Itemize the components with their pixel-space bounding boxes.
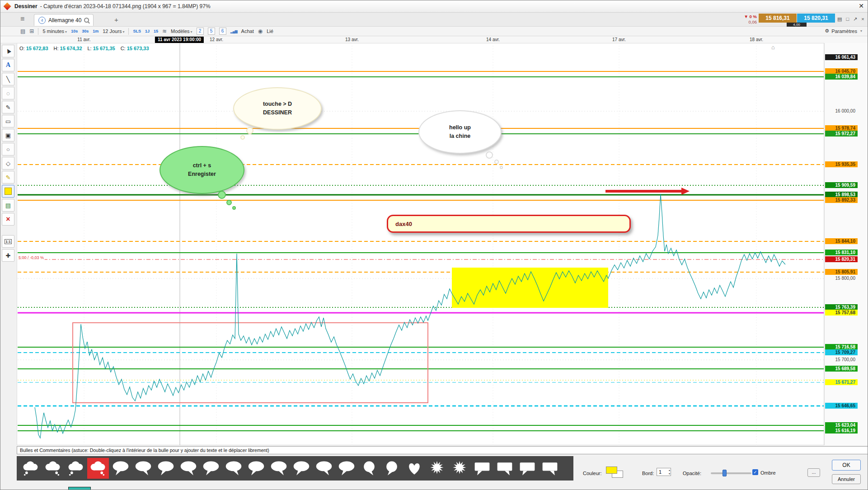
tf-30s-button[interactable]: 30s bbox=[82, 29, 89, 33]
layout-2-button[interactable]: 2 bbox=[197, 28, 204, 35]
rectangle-tool[interactable]: ▭ bbox=[2, 115, 14, 127]
bubble-shape-oval[interactable] bbox=[155, 458, 177, 479]
pencil-tool[interactable]: ✎ bbox=[2, 101, 14, 113]
ellipse-tool[interactable]: ○ bbox=[2, 143, 14, 155]
spinner-up-icon[interactable]: ▴ bbox=[669, 469, 670, 472]
session-change-tag: 5:00 / -0,03 % bbox=[18, 255, 45, 260]
frame-tool[interactable]: ▣ bbox=[2, 129, 14, 141]
callout-dax40[interactable]: dax40 bbox=[387, 215, 631, 233]
lasso-tool[interactable]: ◌ bbox=[2, 87, 14, 99]
red-outline-rect[interactable] bbox=[73, 323, 428, 403]
timeframe-select[interactable]: 5 minutes▾ bbox=[42, 28, 67, 34]
highlighter-tool[interactable]: ✎ bbox=[2, 171, 14, 184]
callout-text: dax40 bbox=[388, 221, 412, 227]
bubble-shape-oval[interactable] bbox=[336, 458, 357, 479]
bubble-shape-oval[interactable] bbox=[132, 458, 154, 479]
one-to-one-tool[interactable]: 1:1 bbox=[2, 235, 14, 248]
diamond-tool[interactable]: ◇ bbox=[2, 157, 14, 170]
maximize-icon[interactable]: □ bbox=[846, 16, 849, 22]
bubble-shape-oval[interactable] bbox=[200, 458, 222, 479]
bubble-shape-rect[interactable] bbox=[471, 458, 493, 479]
ok-button[interactable]: OK bbox=[832, 460, 861, 471]
opacity-slider-track[interactable] bbox=[711, 472, 751, 474]
sell-price-button[interactable]: 15 816,31 bbox=[759, 14, 797, 23]
mini-chart-icon[interactable]: ▤ bbox=[837, 16, 842, 22]
bubble-shape-cloud[interactable] bbox=[42, 458, 64, 479]
move-tool[interactable]: ✚ bbox=[2, 249, 14, 262]
ombre-checkbox[interactable]: ✓ bbox=[752, 469, 758, 475]
color-tool[interactable] bbox=[2, 185, 14, 198]
bubble-shape-cloud[interactable] bbox=[87, 458, 109, 479]
price-axis-label: 15 757,68 bbox=[825, 310, 858, 316]
bubble-shape-cloud[interactable] bbox=[19, 458, 41, 479]
chevron-down-icon: ▾ bbox=[122, 30, 124, 34]
date-tick: 18 avr. bbox=[750, 37, 763, 42]
page-list-icon[interactable]: ▤ bbox=[20, 28, 25, 34]
layout-grid-icon[interactable]: ⊞ bbox=[29, 28, 34, 34]
price-axis-label: 16 061,43 bbox=[825, 54, 858, 60]
border-width-stepper[interactable]: 1 ▴ ▾ bbox=[657, 468, 671, 476]
bubble-shape-circle[interactable] bbox=[381, 458, 403, 479]
close-panel-icon[interactable]: × bbox=[861, 16, 864, 22]
sls-button[interactable]: SLS bbox=[133, 29, 141, 33]
buy-price-button[interactable]: 15 820,31 bbox=[797, 14, 835, 23]
pointer-tool[interactable]: ▶ bbox=[2, 45, 14, 57]
bubble-shape-oval[interactable] bbox=[110, 458, 131, 479]
bubble-shape-rect[interactable] bbox=[539, 458, 561, 479]
indicator-pattern-icon[interactable]: ≋ bbox=[162, 28, 167, 34]
color-swatch[interactable] bbox=[606, 466, 624, 478]
border-width-value: 1 bbox=[659, 469, 662, 475]
bubble-shape-rect[interactable] bbox=[516, 458, 538, 479]
text-icon: A bbox=[6, 61, 10, 69]
bubble-shape-burst[interactable] bbox=[449, 458, 470, 479]
bubble-shape-oval[interactable] bbox=[245, 458, 267, 479]
window-title: - Capture d'écran 2023-04-18 071344.png … bbox=[40, 3, 211, 9]
tab-number-badge: 4 bbox=[38, 17, 46, 24]
opacity-slider-handle[interactable] bbox=[723, 470, 727, 476]
spinner-down-icon[interactable]: ▾ bbox=[669, 472, 670, 476]
layout-6-button[interactable]: 6 bbox=[219, 28, 226, 35]
bubble-shape-oval[interactable] bbox=[291, 458, 312, 479]
tf-10s-button[interactable]: 10s bbox=[71, 29, 78, 33]
bubble-shape-burst[interactable] bbox=[426, 458, 448, 479]
instrument-tab[interactable]: 4 Allemagne 40 bbox=[34, 14, 94, 26]
parametres-button[interactable]: ⚙ Paramètres ▾ bbox=[825, 28, 862, 34]
bubble-shape-oval[interactable] bbox=[268, 458, 290, 479]
more-options-button[interactable]: ... bbox=[807, 468, 820, 477]
bubble-shape-oval[interactable] bbox=[223, 458, 244, 479]
bubble-shape-oval[interactable] bbox=[178, 458, 199, 479]
layout-5-button[interactable]: 5 bbox=[208, 28, 215, 35]
date-tick: 14 avr. bbox=[486, 37, 500, 42]
price-axis-label: 16 000,00 bbox=[825, 108, 858, 114]
add-tab-button[interactable]: + bbox=[114, 16, 118, 24]
ombre-label: Ombre bbox=[760, 470, 776, 476]
main-toolbar: ≡ 4 Allemagne 40 + ▼ 0 % 0,06 15 816,31 … bbox=[0, 13, 868, 27]
1j-button[interactable]: 1J bbox=[145, 29, 150, 33]
close-window-icon[interactable]: ✕ bbox=[859, 2, 864, 9]
range-select[interactable]: 12 Jours▾ bbox=[103, 28, 124, 34]
cancel-button[interactable]: Annuler bbox=[832, 474, 861, 484]
bubble-shape-cloud[interactable] bbox=[65, 458, 86, 479]
tf-1m-button[interactable]: 1m bbox=[93, 29, 99, 33]
price-axis: 16 061,4316 045,7016 039,8416 000,0015 9… bbox=[824, 43, 868, 445]
search-icon[interactable] bbox=[84, 18, 89, 23]
bubble-shape-heart[interactable] bbox=[404, 458, 425, 479]
chevron-down-icon: ▾ bbox=[860, 29, 862, 33]
15-button[interactable]: 15 bbox=[154, 29, 158, 33]
change-block: ▼ 0 % 0,06 bbox=[732, 14, 757, 25]
models-select[interactable]: Modèles▾ bbox=[171, 28, 192, 34]
line-tool[interactable]: ╲ bbox=[2, 73, 14, 85]
menu-icon[interactable]: ≡ bbox=[20, 15, 24, 23]
move-icon: ✚ bbox=[6, 252, 11, 259]
home-icon[interactable]: ⌂ bbox=[771, 44, 775, 51]
popout-icon[interactable]: ↗ bbox=[853, 16, 857, 22]
image-tool[interactable]: ▤ bbox=[2, 199, 14, 212]
bubble-shape-oval[interactable] bbox=[313, 458, 335, 479]
delete-tool[interactable]: × bbox=[2, 213, 14, 226]
text-tool[interactable]: A bbox=[2, 59, 14, 71]
lie-button[interactable]: Lié bbox=[267, 28, 273, 34]
price-axis-label: 16 039,84 bbox=[825, 74, 858, 80]
bubble-shape-circle[interactable] bbox=[358, 458, 380, 479]
bubble-shape-rect[interactable] bbox=[494, 458, 516, 479]
achat-button[interactable]: Achat bbox=[241, 28, 254, 34]
